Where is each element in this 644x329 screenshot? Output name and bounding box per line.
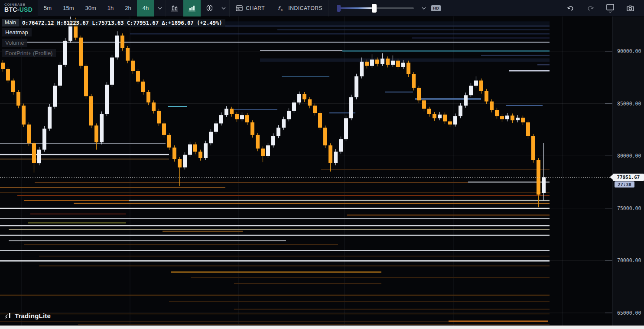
candle-countdown: 27:38	[615, 181, 634, 188]
fullscreen-button[interactable]	[602, 0, 619, 16]
timeframe-30m[interactable]: 30m	[79, 0, 101, 16]
timeframe-dropdown-chevron-icon[interactable]	[154, 0, 166, 16]
tradinglite-logo-icon	[4, 313, 12, 319]
slider-fill	[338, 7, 374, 9]
slider-track[interactable]	[338, 7, 414, 9]
divider	[329, 0, 329, 16]
main-layer-chip[interactable]: Main	[2, 19, 19, 26]
footprint-chart-type-button[interactable]	[183, 0, 201, 16]
tradinglite-app: COINBASE BTC-USD 5m15m30m1h2h4h	[0, 0, 644, 329]
chart-area[interactable]: 90000.0085000.0080000.0075000.0070000.00…	[0, 16, 644, 326]
slider-handle[interactable]	[372, 4, 377, 13]
screenshot-button[interactable]	[621, 0, 639, 16]
brand-name: TradingLite	[15, 312, 51, 319]
symbol-selector[interactable]: COINBASE BTC-USD	[0, 0, 38, 16]
volume-bars-icon	[188, 5, 196, 12]
chart-canvas[interactable]: 90000.0085000.0080000.0075000.0070000.00…	[0, 16, 644, 326]
svg-text:85000.00: 85000.00	[617, 101, 641, 107]
bottom-edge-strip	[0, 326, 644, 329]
svg-text:70000.00: 70000.00	[617, 257, 641, 263]
hd-quality-badge[interactable]: HD	[431, 5, 441, 11]
chart-layout-button[interactable]: CHART	[230, 0, 271, 16]
redo-icon	[587, 5, 594, 11]
heatmap-intensity-slider[interactable]	[337, 0, 414, 16]
fullscreen-icon	[606, 3, 615, 13]
overlay-toggle-volume[interactable]: Volume	[2, 39, 27, 47]
candlestick-icon	[171, 5, 179, 12]
undo-button[interactable]	[562, 0, 579, 16]
svg-text:x: x	[281, 8, 283, 11]
timeframe-2h[interactable]: 2h	[119, 0, 137, 16]
ohlc-values: O:76472.12 H:81223.67 L:75713.63 C:77951…	[19, 19, 225, 26]
symbol-label: BTC-USD	[4, 7, 33, 13]
timeframe-1h[interactable]: 1h	[102, 0, 119, 16]
indicators-button-label: INDICATORS	[288, 5, 322, 11]
timeframe-group: 5m15m30m1h2h4h	[38, 0, 154, 16]
toolbar-right-group	[562, 0, 644, 16]
layout-grid-icon	[236, 5, 243, 11]
undo-icon	[567, 5, 574, 11]
timeframe-5m[interactable]: 5m	[38, 0, 57, 16]
redo-button[interactable]	[582, 0, 599, 16]
overlay-toggle-footprint-profile-[interactable]: FootPrint+ (Profile)	[2, 49, 56, 57]
tradinglite-brand: TradingLite	[4, 312, 51, 319]
chart-type-dropdown-chevron-icon[interactable]	[218, 0, 229, 16]
fx-icon: f x	[277, 5, 285, 11]
svg-text:65000.00: 65000.00	[617, 310, 641, 316]
chart-button-label: CHART	[246, 5, 265, 11]
slider-dropdown-chevron-icon[interactable]	[418, 0, 429, 16]
strategy-button[interactable]	[201, 0, 218, 16]
timeframe-15m[interactable]: 15m	[57, 0, 79, 16]
svg-text:90000.00: 90000.00	[617, 48, 641, 54]
indicators-button[interactable]: f x INDICATORS	[271, 0, 329, 16]
top-toolbar: COINBASE BTC-USD 5m15m30m1h2h4h	[0, 0, 644, 16]
svg-text:75000.00: 75000.00	[617, 205, 641, 211]
camera-icon	[626, 5, 634, 12]
last-price-tag: 77951.67	[613, 174, 644, 181]
target-icon	[206, 4, 213, 12]
svg-text:80000.00: 80000.00	[617, 153, 641, 159]
overlay-toggle-heatmap[interactable]: Heatmap	[2, 28, 32, 36]
timeframe-4h[interactable]: 4h	[137, 0, 154, 16]
candlestick-chart-type-button[interactable]	[166, 0, 183, 16]
